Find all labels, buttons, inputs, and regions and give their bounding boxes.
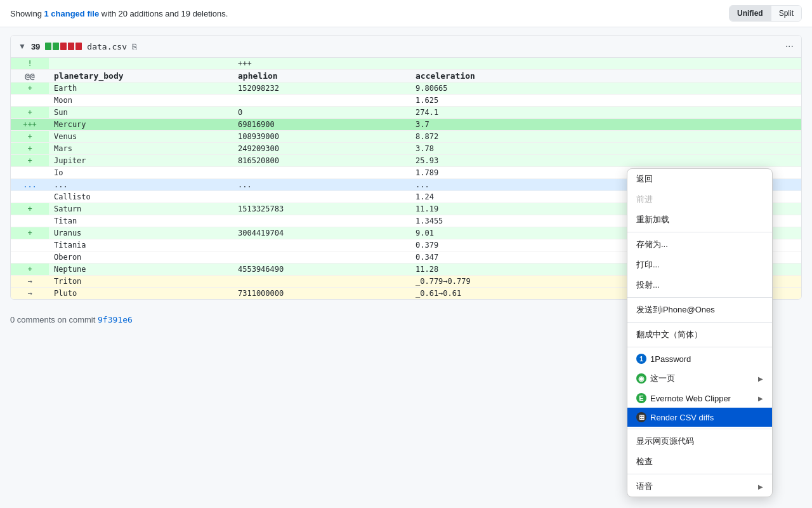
- diff-summary: Showing 1 changed file with 20 additions…: [10, 9, 228, 18]
- row-marker: →: [11, 288, 49, 300]
- row-marker: [11, 239, 49, 251]
- row-col-acceleration: 25.93: [410, 155, 801, 167]
- menu-item-label: 投射...: [636, 279, 763, 291]
- additions-deletions-text: with 20 additions and 19 deletions.: [102, 9, 228, 18]
- diff-header-right: ···: [785, 41, 794, 52]
- menu-item[interactable]: 发送到iPhone@Ones: [627, 300, 772, 320]
- row-col-aphelion: 152098232: [233, 83, 410, 95]
- row-col-acceleration: 274.1: [410, 107, 801, 119]
- menu-separator: [627, 232, 772, 232]
- commit-hash-link[interactable]: 9f391e6: [98, 315, 133, 324]
- split-button[interactable]: Split: [771, 6, 801, 21]
- row-col-aphelion: [233, 95, 410, 107]
- row-marker: +: [11, 83, 49, 95]
- row-marker: +: [11, 131, 49, 143]
- row-col-acceleration: 1.625: [410, 95, 801, 107]
- menu-item-label: 返回: [636, 173, 763, 185]
- green-block-2: [53, 43, 59, 50]
- row-col-aphelion: ...: [233, 179, 410, 191]
- row-col-body: Saturn: [49, 203, 233, 215]
- red-block-2: [68, 43, 74, 50]
- menu-item-label: 重新加载: [636, 214, 763, 225]
- row-col-body: ...: [49, 179, 233, 191]
- footer-text: 0 comments on commit: [10, 315, 98, 324]
- row-col-acceleration: 3.78: [410, 143, 801, 155]
- menu-item[interactable]: 重新加载: [627, 210, 772, 230]
- unified-button[interactable]: Unified: [730, 6, 771, 21]
- row-marker: [11, 251, 49, 264]
- top-bar: Showing 1 changed file with 20 additions…: [0, 0, 812, 27]
- table-row: ! +++: [11, 58, 801, 70]
- expand-button[interactable]: ▼: [18, 42, 26, 51]
- row-col-aphelion: 108939000: [233, 131, 410, 143]
- row-col-acceleration: [410, 58, 801, 70]
- row-col-body: Io: [49, 167, 233, 179]
- row-marker: +: [11, 107, 49, 119]
- row-col-aphelion: [233, 215, 410, 227]
- row-col-aphelion: +++: [233, 58, 410, 70]
- row-col-body: [49, 58, 233, 70]
- row-marker: →: [11, 276, 49, 288]
- copy-icon[interactable]: ⎘: [132, 42, 137, 51]
- row-col-body: Moon: [49, 95, 233, 107]
- row-col-body: Pluto: [49, 288, 233, 300]
- row-col-aphelion: 816520800: [233, 155, 410, 167]
- row-marker: +: [11, 143, 49, 155]
- row-marker: @@: [11, 70, 49, 83]
- menu-separator: [627, 322, 772, 323]
- menu-item[interactable]: 打印...: [627, 255, 772, 275]
- row-col-body: Venus: [49, 131, 233, 143]
- row-col-aphelion: 3004419704: [233, 227, 410, 239]
- table-row: + Sun 0 274.1: [11, 107, 801, 119]
- row-marker: [11, 95, 49, 107]
- green-block-1: [45, 43, 51, 50]
- row-col-body: Callisto: [49, 191, 233, 203]
- table-row: + Jupiter 816520800 25.93: [11, 155, 801, 167]
- row-col-body: Jupiter: [49, 155, 233, 167]
- row-marker: +: [11, 203, 49, 215]
- row-col-body: Titania: [49, 239, 233, 251]
- menu-item[interactable]: 前进: [627, 189, 772, 210]
- menu-item[interactable]: 投射...: [627, 275, 772, 295]
- view-toggle: Unified Split: [729, 5, 802, 22]
- diff-header: ▼ 39 data.csv ⎘ ···: [11, 36, 801, 58]
- row-col-acceleration: acceleration: [410, 70, 801, 83]
- table-row: Moon 1.625: [11, 95, 801, 107]
- row-col-body: Oberon: [49, 251, 233, 264]
- context-menu: 返回前进重新加载存储为...打印...投射...发送到iPhone@Ones翻成…: [627, 168, 773, 332]
- row-col-aphelion: 1513325783: [233, 203, 410, 215]
- table-row: + Mars 249209300 3.78: [11, 143, 801, 155]
- row-col-aphelion: 69816900: [233, 119, 410, 131]
- row-marker: +: [11, 155, 49, 167]
- menu-item-label: 存储为...: [636, 239, 763, 250]
- more-options-button[interactable]: ···: [785, 41, 794, 52]
- menu-item[interactable]: 存储为...: [627, 234, 772, 255]
- row-col-body: Earth: [49, 83, 233, 95]
- row-col-body: Mercury: [49, 119, 233, 131]
- diff-header-left: ▼ 39 data.csv ⎘: [18, 42, 137, 51]
- row-marker: [11, 191, 49, 203]
- row-col-aphelion: [233, 191, 410, 203]
- menu-item[interactable]: 返回: [627, 169, 772, 189]
- filename: data.csv: [87, 42, 127, 51]
- row-col-body: Triton: [49, 276, 233, 288]
- menu-item[interactable]: 翻成中文（简体）: [627, 324, 772, 332]
- line-count: 39: [31, 42, 40, 51]
- row-col-aphelion: aphelion: [233, 70, 410, 83]
- row-col-aphelion: [233, 251, 410, 264]
- row-col-acceleration: 3.7: [410, 119, 801, 131]
- row-col-acceleration: 8.872: [410, 131, 801, 143]
- row-col-aphelion: [233, 167, 410, 179]
- row-marker: +: [11, 227, 49, 239]
- row-col-body: planetary_body: [49, 70, 233, 83]
- row-marker: !: [11, 58, 49, 70]
- row-marker: +++: [11, 119, 49, 131]
- changed-file-link[interactable]: 1 changed file: [44, 9, 99, 18]
- menu-item-label: 发送到iPhone@Ones: [636, 304, 763, 316]
- row-col-body: Uranus: [49, 227, 233, 239]
- row-marker: [11, 167, 49, 179]
- row-col-acceleration: 9.80665: [410, 83, 801, 95]
- row-col-body: Mars: [49, 143, 233, 155]
- color-blocks: [45, 43, 82, 50]
- row-marker: ...: [11, 179, 49, 191]
